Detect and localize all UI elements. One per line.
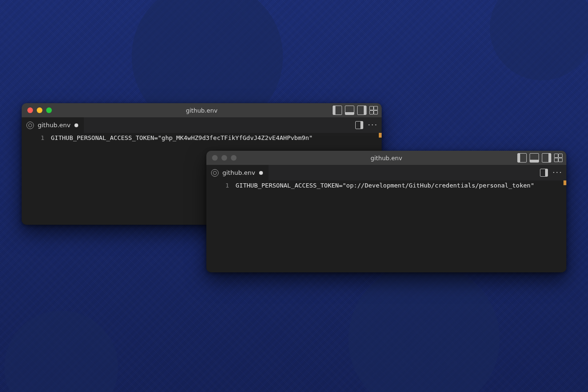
window-title: github.env	[206, 155, 566, 162]
minimap-marker	[564, 180, 566, 185]
line-number: 1	[206, 182, 236, 189]
modified-dot-icon	[74, 123, 78, 127]
titlebar[interactable]: github.env	[22, 103, 382, 117]
close-dot-icon[interactable]	[212, 155, 218, 161]
minimize-dot-icon[interactable]	[221, 155, 227, 161]
tab-github-env[interactable]: github.env	[22, 117, 84, 133]
zoom-dot-icon[interactable]	[46, 107, 52, 113]
close-dot-icon[interactable]	[27, 107, 33, 113]
gear-icon	[26, 122, 34, 129]
panel-left-icon[interactable]	[517, 153, 527, 163]
line-number: 1	[22, 134, 51, 141]
code-line: 1 GITHUB_PERSONAL_ACCESS_TOKEN="ghp_MK4w…	[22, 133, 382, 142]
modified-dot-icon	[259, 171, 263, 175]
layout-grid-icon[interactable]	[554, 154, 563, 162]
tab-label: github.env	[222, 169, 255, 176]
tab-github-env[interactable]: github.env	[206, 165, 269, 180]
split-editor-icon[interactable]	[355, 121, 363, 129]
editor-window-b[interactable]: github.env github.env ··· 1 GITHUB_PERSO…	[206, 151, 566, 272]
titlebar-right-icons	[333, 103, 378, 117]
panel-bottom-icon[interactable]	[345, 106, 354, 115]
minimap-marker	[379, 133, 382, 138]
tab-bar: github.env ···	[22, 117, 382, 133]
tab-label: github.env	[38, 122, 71, 129]
panel-right-icon[interactable]	[542, 153, 551, 163]
code-line: 1 GITHUB_PERSONAL_ACCESS_TOKEN="op://Dev…	[206, 180, 566, 190]
more-actions-icon[interactable]: ···	[553, 169, 563, 177]
traffic-lights	[22, 107, 52, 113]
editor-area[interactable]: 1 GITHUB_PERSONAL_ACCESS_TOKEN="op://Dev…	[206, 180, 566, 272]
panel-bottom-icon[interactable]	[530, 153, 539, 163]
more-actions-icon[interactable]: ···	[368, 122, 378, 129]
panel-left-icon[interactable]	[333, 106, 342, 115]
code-text: GITHUB_PERSONAL_ACCESS_TOKEN="op://Devel…	[236, 182, 534, 189]
minimize-dot-icon[interactable]	[37, 107, 42, 113]
split-editor-icon[interactable]	[540, 169, 548, 177]
layout-grid-icon[interactable]	[369, 106, 378, 114]
gear-icon	[211, 169, 219, 177]
titlebar[interactable]: github.env	[206, 151, 566, 165]
zoom-dot-icon[interactable]	[231, 155, 237, 161]
window-title: github.env	[22, 107, 382, 114]
code-text: GITHUB_PERSONAL_ACCESS_TOKEN="ghp_MK4wHZ…	[51, 134, 313, 141]
panel-right-icon[interactable]	[357, 106, 367, 115]
tab-bar: github.env ···	[206, 165, 566, 180]
titlebar-right-icons	[517, 151, 563, 165]
traffic-lights	[206, 155, 237, 161]
